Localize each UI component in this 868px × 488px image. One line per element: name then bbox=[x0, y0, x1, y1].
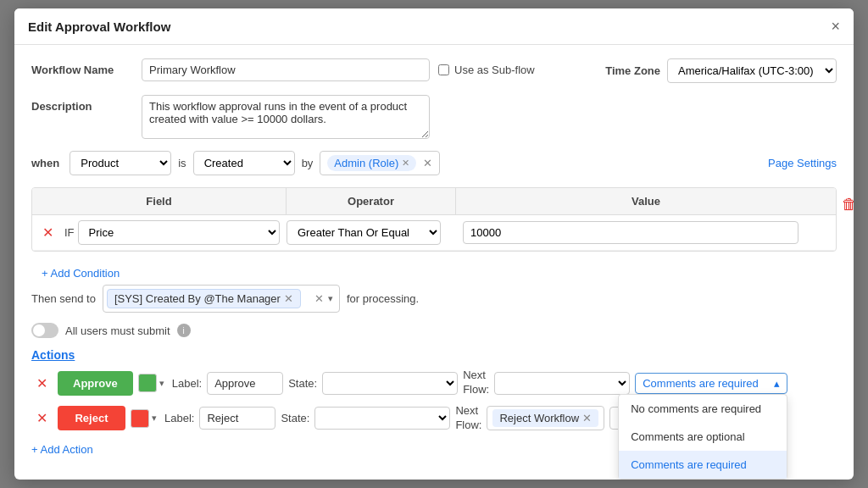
approve-state-select[interactable] bbox=[322, 372, 458, 395]
approve-label-input[interactable] bbox=[207, 372, 283, 395]
conditions-table: Field Operator Value ✕ IF Price bbox=[31, 187, 837, 252]
by-tag-container: Admin (Role) ✕ ✕ bbox=[320, 151, 440, 175]
use-as-subflow-checkbox[interactable] bbox=[438, 64, 449, 75]
admin-role-tag-label: Admin (Role) bbox=[334, 157, 398, 169]
modal-overlay: Edit Approval Workflow × Workflow Name U… bbox=[0, 0, 868, 488]
info-icon[interactable]: i bbox=[177, 324, 191, 337]
reject-color-group: ▾ bbox=[131, 409, 159, 428]
approve-next-flow-select[interactable] bbox=[494, 372, 630, 395]
description-row: Description This workflow approval runs … bbox=[31, 95, 837, 139]
reject-next-flow-label-group: Next Flow: bbox=[455, 404, 481, 433]
reject-state-select[interactable] bbox=[314, 407, 450, 430]
toggle-row: All users must submit i bbox=[31, 323, 837, 338]
for-processing-label: for processing. bbox=[347, 292, 419, 305]
approve-comments-select[interactable]: Comments are required ▴ bbox=[635, 373, 787, 394]
add-action-button[interactable]: + Add Action bbox=[31, 443, 93, 456]
edit-workflow-modal: Edit Approval Workflow × Workflow Name U… bbox=[14, 8, 854, 480]
modal-header: Edit Approval Workflow × bbox=[14, 8, 854, 45]
approve-comments-wrapper: Comments are required ▴ No comments are … bbox=[635, 373, 787, 394]
sys-tag-label: [SYS] Created By @The Manager bbox=[114, 292, 281, 305]
all-users-toggle[interactable] bbox=[31, 323, 58, 338]
table-header: Field Operator Value bbox=[32, 188, 836, 215]
approve-color-group: ▾ bbox=[138, 374, 167, 392]
approve-state-text: State: bbox=[288, 377, 317, 390]
reject-label-text: Label: bbox=[164, 412, 194, 424]
reject-workflow-tag: Reject Workflow ✕ bbox=[492, 409, 598, 427]
reject-next-flow-container: Reject Workflow ✕ bbox=[487, 406, 604, 430]
actions-section: Actions ✕ Approve ▾ Label: State: bbox=[31, 348, 837, 456]
approve-action-row: ✕ Approve ▾ Label: State: Ne bbox=[31, 369, 837, 397]
reject-workflow-tag-label: Reject Workflow bbox=[499, 412, 579, 424]
timezone-group: Time Zone America/Halifax (UTC-3:00) bbox=[605, 58, 837, 83]
modal-title: Edit Approval Workflow bbox=[28, 19, 170, 34]
approve-color-swatch[interactable] bbox=[138, 374, 157, 392]
created-select[interactable]: Created bbox=[193, 151, 295, 175]
condition-field-cell: IF Price bbox=[58, 220, 287, 245]
then-label: Then send to bbox=[31, 292, 96, 305]
col-value: Value bbox=[456, 188, 836, 214]
approve-color-arrow[interactable]: ▾ bbox=[157, 378, 167, 389]
send-to-select[interactable]: [SYS] Created By @The Manager ✕ ✕ ▾ bbox=[103, 285, 340, 313]
send-to-arrow[interactable]: ▾ bbox=[326, 293, 336, 304]
col-field: Field bbox=[32, 188, 287, 214]
timezone-label: Time Zone bbox=[605, 64, 660, 77]
is-label: is bbox=[178, 157, 186, 169]
when-row: when Product is Created by Admin (Role) … bbox=[31, 151, 837, 175]
col-operator: Operator bbox=[287, 188, 456, 214]
toggle-knob bbox=[33, 324, 45, 336]
page-settings-link[interactable]: Page Settings bbox=[768, 157, 837, 169]
timezone-select[interactable]: America/Halifax (UTC-3:00) bbox=[667, 58, 837, 83]
by-container-close[interactable]: ✕ bbox=[423, 157, 432, 169]
approve-button[interactable]: Approve bbox=[58, 371, 133, 396]
condition-row-left: ✕ bbox=[32, 225, 58, 241]
operator-select[interactable]: Greater Than Or Equal bbox=[287, 220, 441, 245]
no-comments-option[interactable]: No comments are required bbox=[619, 395, 787, 423]
workflow-name-input[interactable] bbox=[142, 58, 430, 81]
conditions-section: Field Operator Value ✕ IF Price bbox=[31, 187, 837, 285]
condition-row: ✕ IF Price Greater Than Or Equal bbox=[32, 215, 836, 251]
send-to-row: Then send to [SYS] Created By @The Manag… bbox=[31, 285, 837, 313]
sys-tag-close[interactable]: ✕ bbox=[284, 292, 293, 305]
close-button[interactable]: × bbox=[831, 19, 840, 34]
use-as-subflow-label: Use as Sub-flow bbox=[438, 58, 535, 76]
condition-value-cell bbox=[456, 221, 836, 244]
approve-comments-value: Comments are required bbox=[643, 377, 759, 390]
description-label: Description bbox=[31, 95, 133, 113]
approve-comments-arrow: ▴ bbox=[774, 377, 780, 390]
admin-role-tag-close[interactable]: ✕ bbox=[402, 158, 409, 169]
reject-workflow-tag-close[interactable]: ✕ bbox=[582, 412, 592, 424]
send-to-clear[interactable]: ✕ bbox=[314, 292, 324, 305]
toggle-label: All users must submit bbox=[65, 324, 170, 337]
value-input[interactable] bbox=[463, 221, 798, 244]
add-condition-button[interactable]: + Add Condition bbox=[31, 262, 130, 285]
description-textarea[interactable]: This workflow approval runs in the event… bbox=[142, 95, 430, 139]
reject-color-swatch[interactable] bbox=[131, 409, 149, 428]
approve-remove-btn[interactable]: ✕ bbox=[31, 375, 53, 391]
workflow-name-label: Workflow Name bbox=[31, 58, 133, 76]
reject-color-arrow[interactable]: ▾ bbox=[149, 413, 159, 424]
product-select[interactable]: Product bbox=[70, 151, 171, 175]
sys-tag: [SYS] Created By @The Manager ✕ bbox=[107, 289, 301, 308]
workflow-name-row: Workflow Name Use as Sub-flow Time Zone … bbox=[31, 58, 837, 83]
reject-button[interactable]: Reject bbox=[58, 406, 125, 430]
if-label: IF bbox=[58, 226, 75, 239]
optional-comments-option[interactable]: Comments are optional bbox=[619, 423, 787, 451]
reject-remove-btn[interactable]: ✕ bbox=[31, 410, 53, 426]
comments-dropdown-menu: No comments are required Comments are op… bbox=[618, 394, 787, 480]
approve-label-text: Label: bbox=[172, 377, 202, 390]
condition-operator-cell: Greater Than Or Equal bbox=[287, 220, 456, 245]
admin-role-tag: Admin (Role) ✕ bbox=[327, 155, 416, 171]
actions-title[interactable]: Actions bbox=[31, 348, 837, 362]
by-label: by bbox=[302, 157, 314, 169]
modal-body: Workflow Name Use as Sub-flow Time Zone … bbox=[14, 45, 854, 480]
modal-scroll-container: Workflow Name Use as Sub-flow Time Zone … bbox=[14, 45, 854, 480]
when-label: when bbox=[31, 157, 59, 169]
field-select[interactable]: Price bbox=[78, 220, 280, 245]
condition-remove-btn[interactable]: ✕ bbox=[37, 225, 58, 241]
delete-conditions-btn[interactable]: 🗑 bbox=[842, 196, 854, 214]
reject-label-input[interactable] bbox=[199, 407, 275, 430]
required-comments-option[interactable]: Comments are required bbox=[619, 451, 787, 479]
reject-state-text: State: bbox=[281, 412, 309, 424]
approve-next-flow-label-group: Next Flow: bbox=[463, 369, 489, 397]
